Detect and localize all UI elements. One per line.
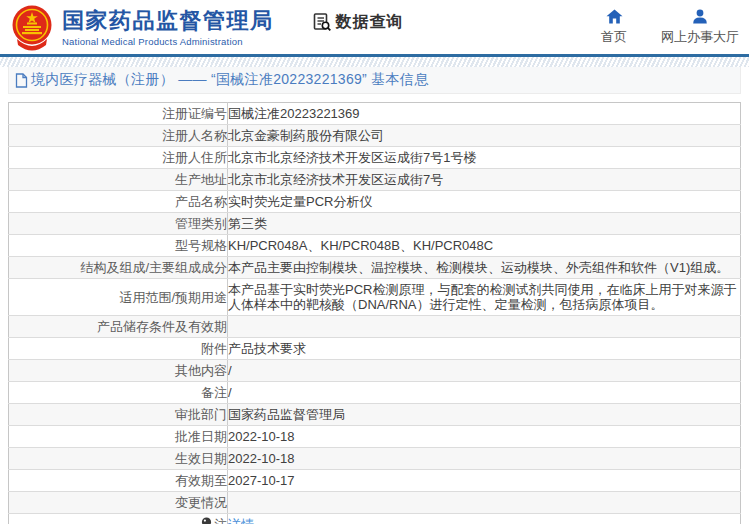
table-row: 产品储存条件及有效期 [9, 316, 741, 338]
table-row: 有效期至2027-10-17 [9, 470, 741, 492]
row-label: 有效期至 [9, 470, 228, 492]
row-label: 产品名称 [9, 191, 228, 213]
breadcrumb: 境内医疗器械（注册） —— “国械注准20223221369” 基本信息 [8, 67, 741, 94]
site-title-en: National Medical Products Administration [62, 36, 274, 47]
row-label: 注 [9, 514, 228, 524]
row-value: / [228, 360, 741, 382]
table-row: 审批部门国家药品监督管理局 [9, 404, 741, 426]
row-label: 注册证编号 [9, 103, 228, 125]
table-row: 备注/ [9, 382, 741, 404]
user-icon [692, 9, 708, 24]
nav-home-label: 首页 [601, 28, 627, 46]
hatch-band [0, 57, 749, 67]
row-label: 备注 [9, 382, 228, 404]
table-row: 附件产品技术要求 [9, 338, 741, 360]
table-row: 注册人名称北京金豪制药股份有限公司 [9, 125, 741, 147]
row-label: 结构及组成/主要组成成分 [9, 257, 228, 279]
row-label: 注册人住所 [9, 147, 228, 169]
table-row: 注详情 [9, 514, 741, 524]
nav-online-service-hall-label: 网上办事大厅 [661, 28, 739, 46]
row-value: 2022-10-18 [228, 426, 741, 448]
data-query-label: 数据查询 [336, 12, 404, 33]
document-search-icon [312, 12, 332, 32]
row-label: 产品储存条件及有效期 [9, 316, 228, 338]
row-label: 其他内容 [9, 360, 228, 382]
breadcrumb-text: 境内医疗器械（注册） —— “国械注准20223221369” 基本信息 [31, 71, 428, 89]
row-label: 适用范围/预期用途 [9, 279, 228, 316]
row-value: 北京市北京经济技术开发区运成街7号 [228, 169, 741, 191]
table-row: 产品名称实时荧光定量PCR分析仪 [9, 191, 741, 213]
site-title-cn: 国家药品监督管理局 [62, 9, 274, 33]
row-value: 北京市北京经济技术开发区运成街7号1号楼 [228, 147, 741, 169]
detail-link[interactable]: 详情 [228, 517, 254, 524]
nav-online-service-hall[interactable]: 网上办事大厅 [661, 9, 739, 46]
info-table-body: 注册证编号国械注准20223221369注册人名称北京金豪制药股份有限公司注册人… [9, 103, 741, 524]
table-row: 其他内容/ [9, 360, 741, 382]
row-value: 国家药品监督管理局 [228, 404, 741, 426]
data-query-tab[interactable]: 数据查询 [312, 12, 404, 33]
note-bulb-icon [201, 517, 212, 524]
row-label: 型号规格 [9, 235, 228, 257]
national-emblem-icon [10, 4, 54, 54]
row-value: KH/PCR048A、KH/PCR048B、KH/PCR048C [228, 235, 741, 257]
table-row: 适用范围/预期用途本产品基于实时荧光PCR检测原理，与配套的检测试剂共同使用，在… [9, 279, 741, 316]
row-value: 第三类 [228, 213, 741, 235]
table-row: 结构及组成/主要组成成分本产品主要由控制模块、温控模块、检测模块、运动模块、外壳… [9, 257, 741, 279]
row-value: 详情 [228, 514, 741, 524]
row-value: 北京金豪制药股份有限公司 [228, 125, 741, 147]
page-header: 国家药品监督管理局 National Medical Products Admi… [0, 0, 749, 54]
table-row: 生产地址北京市北京经济技术开发区运成街7号 [9, 169, 741, 191]
row-label: 管理类别 [9, 213, 228, 235]
table-row: 注册证编号国械注准20223221369 [9, 103, 741, 125]
table-row: 生效日期2022-10-18 [9, 448, 741, 470]
row-value: 本产品基于实时荧光PCR检测原理，与配套的检测试剂共同使用，在临床上用于对来源于… [228, 279, 741, 316]
registration-info-table: 注册证编号国械注准20223221369注册人名称北京金豪制药股份有限公司注册人… [8, 102, 741, 524]
table-row: 注册人住所北京市北京经济技术开发区运成街7号1号楼 [9, 147, 741, 169]
table-row: 管理类别第三类 [9, 213, 741, 235]
row-value: 实时荧光定量PCR分析仪 [228, 191, 741, 213]
row-value: 本产品主要由控制模块、温控模块、检测模块、运动模块、外壳组件和软件（V1)组成。 [228, 257, 741, 279]
row-value: 2022-10-18 [228, 448, 741, 470]
row-label: 审批部门 [9, 404, 228, 426]
table-row: 变更情况 [9, 492, 741, 514]
row-value [228, 316, 741, 338]
row-label: 变更情况 [9, 492, 228, 514]
table-row: 型号规格KH/PCR048A、KH/PCR048B、KH/PCR048C [9, 235, 741, 257]
row-value [228, 492, 741, 514]
home-icon [606, 9, 623, 24]
row-label: 附件 [9, 338, 228, 360]
registration-info-section: 注册证编号国械注准20223221369注册人名称北京金豪制药股份有限公司注册人… [8, 102, 741, 524]
nav-home[interactable]: 首页 [601, 9, 627, 46]
row-value: 产品技术要求 [228, 338, 741, 360]
row-value: 国械注准20223221369 [228, 103, 741, 125]
site-logo[interactable]: 国家药品监督管理局 National Medical Products Admi… [10, 2, 274, 54]
row-value: / [228, 382, 741, 404]
row-label: 批准日期 [9, 426, 228, 448]
table-row: 批准日期2022-10-18 [9, 426, 741, 448]
row-label: 生效日期 [9, 448, 228, 470]
row-value: 2027-10-17 [228, 470, 741, 492]
row-label: 生产地址 [9, 169, 228, 191]
top-nav: 首页 网上办事大厅 [567, 9, 739, 46]
row-label: 注册人名称 [9, 125, 228, 147]
document-icon [15, 73, 28, 88]
